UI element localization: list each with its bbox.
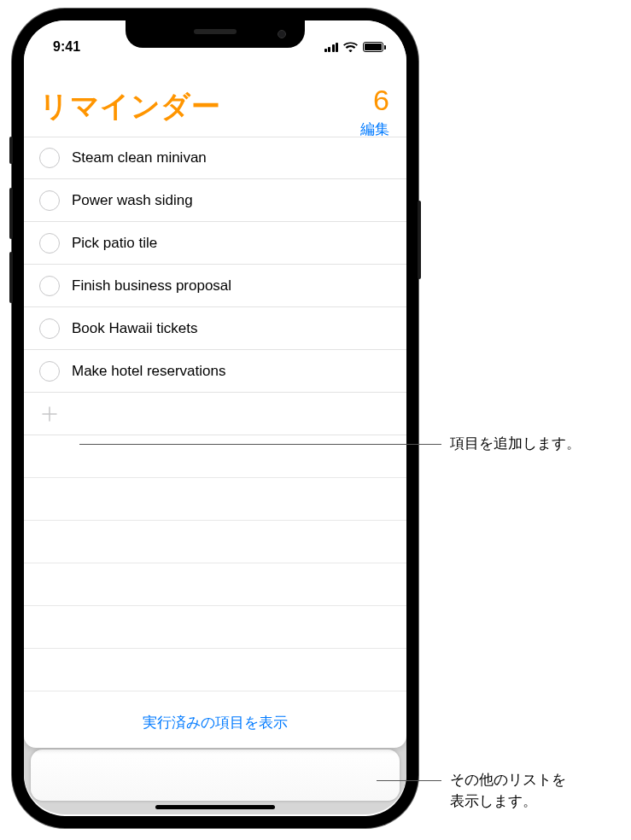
reminder-text: Finish business proposal <box>72 277 231 295</box>
empty-row <box>24 649 406 691</box>
callout-line <box>377 780 441 781</box>
plus-icon <box>39 404 60 424</box>
reminder-text: Steam clean minivan <box>72 149 207 166</box>
battery-icon <box>363 42 386 52</box>
reminder-item[interactable]: Steam clean minivan <box>24 137 406 179</box>
reminder-text: Book Hawaii tickets <box>72 320 197 337</box>
list-header: リマインダー 6 編集 <box>24 61 406 137</box>
reminder-list: Steam clean minivan Power wash siding Pi… <box>24 137 406 701</box>
speaker-grille <box>194 29 237 34</box>
front-camera <box>278 30 286 38</box>
complete-toggle[interactable] <box>39 190 60 211</box>
wifi-icon <box>343 42 358 52</box>
reminder-item[interactable]: Make hotel reservations <box>24 350 406 393</box>
callout-line <box>79 444 441 445</box>
reminder-text: Make hotel reservations <box>72 363 225 380</box>
callout-text: その他のリストを 表示します。 <box>450 770 566 812</box>
empty-row <box>24 563 406 606</box>
empty-row <box>24 521 406 563</box>
phone-frame: 9:41 リマインダー 6 編集 <box>12 9 418 828</box>
phone-screen: 9:41 リマインダー 6 編集 <box>24 20 406 816</box>
empty-row <box>24 606 406 649</box>
complete-toggle[interactable] <box>39 361 60 382</box>
empty-row <box>24 691 406 701</box>
reminder-item[interactable]: Power wash siding <box>24 179 406 222</box>
complete-toggle[interactable] <box>39 318 60 339</box>
show-completed-button[interactable]: 実行済みの項目を表示 <box>24 701 406 748</box>
callout-other-lists: その他のリストを 表示します。 <box>377 770 566 812</box>
home-indicator[interactable] <box>155 805 275 809</box>
power-button[interactable] <box>418 201 421 279</box>
complete-toggle[interactable] <box>39 233 60 254</box>
list-title: リマインダー <box>39 87 391 126</box>
volume-down-button[interactable] <box>9 252 13 303</box>
silence-switch[interactable] <box>9 137 13 164</box>
reminder-item[interactable]: Pick patio tile <box>24 222 406 265</box>
add-reminder-row[interactable] <box>24 393 406 435</box>
complete-toggle[interactable] <box>39 148 60 168</box>
volume-up-button[interactable] <box>9 188 13 239</box>
reminders-card: リマインダー 6 編集 Steam clean minivan Power wa… <box>24 61 406 748</box>
complete-toggle[interactable] <box>39 276 60 296</box>
status-icons <box>324 42 387 52</box>
reminder-item[interactable]: Finish business proposal <box>24 265 406 307</box>
notch <box>126 20 305 48</box>
reminder-text: Power wash siding <box>72 192 193 209</box>
reminder-text: Pick patio tile <box>72 235 157 252</box>
callout-add-item: 項目を追加します。 <box>79 434 581 455</box>
cellular-signal-icon <box>324 42 339 52</box>
list-count: 6 <box>373 84 389 117</box>
status-time: 9:41 <box>53 39 80 55</box>
edit-button[interactable]: 編集 <box>360 120 389 139</box>
other-lists-peek[interactable] <box>31 750 400 801</box>
empty-row <box>24 478 406 521</box>
callout-text: 項目を追加します。 <box>450 434 581 455</box>
reminder-item[interactable]: Book Hawaii tickets <box>24 307 406 350</box>
